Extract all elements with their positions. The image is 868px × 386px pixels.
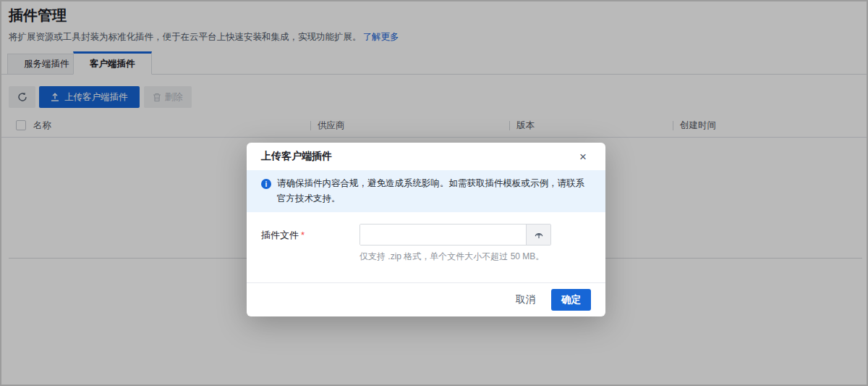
browse-upload-button[interactable]: [526, 225, 550, 245]
plugin-file-input[interactable]: [360, 225, 526, 245]
dialog-footer: 取消 确定: [247, 282, 605, 316]
dialog-body: 插件文件* 仅支持 .zip 格式，单个文件大小不超过 50 MB。: [247, 212, 605, 263]
upload-client-plugin-dialog: 上传客户端插件 × i 请确保插件内容合规，避免造成系统影响。如需获取插件模板或…: [247, 143, 605, 316]
dialog-title: 上传客户端插件: [261, 150, 332, 163]
dialog-header: 上传客户端插件 ×: [247, 143, 605, 170]
notice-banner: i 请确保插件内容合规，避免造成系统影响。如需获取插件模板或示例，请联系官方技术…: [247, 170, 605, 212]
plugin-file-form-row: 插件文件*: [261, 224, 591, 246]
cancel-button[interactable]: 取消: [506, 289, 545, 311]
plugin-file-label: 插件文件: [261, 230, 299, 240]
upload-arrow-icon: [533, 229, 545, 240]
close-icon[interactable]: ×: [579, 151, 587, 163]
required-mark: *: [301, 230, 305, 240]
file-format-helper-text: 仅支持 .zip 格式，单个文件大小不超过 50 MB。: [359, 251, 591, 263]
plugin-file-label-wrap: 插件文件*: [261, 224, 359, 246]
confirm-button[interactable]: 确定: [551, 289, 591, 311]
plugin-file-input-group: [359, 224, 551, 246]
info-icon: i: [261, 179, 271, 189]
notice-text: 请确保插件内容合规，避免造成系统影响。如需获取插件模板或示例，请联系官方技术支持…: [277, 176, 591, 206]
